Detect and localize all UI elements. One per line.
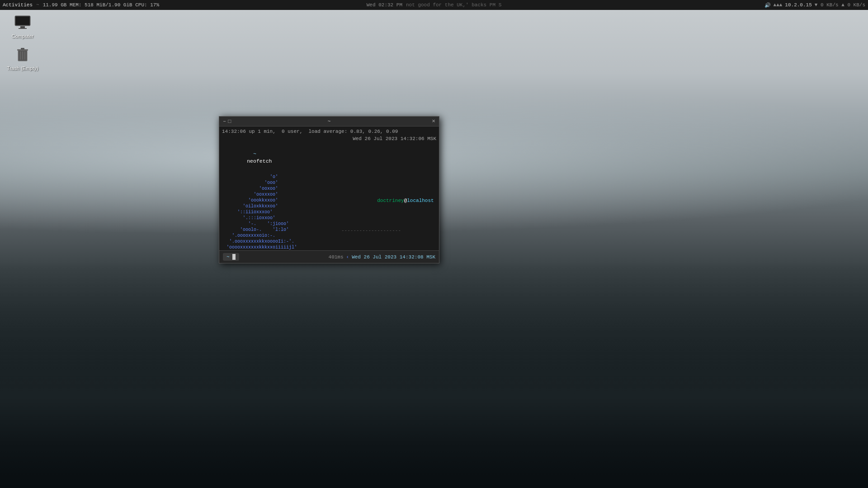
terminal-window: – □ ~ × 14:32:06 up 1 min, 0 user, load … (219, 116, 439, 263)
svg-rect-6 (21, 48, 24, 50)
signal-icon: ▲▲▲ (774, 2, 783, 8)
computer-svg (14, 14, 31, 31)
taskbar-time: Wed 02:32 PM (367, 2, 402, 8)
sysinfo-user: doctriney@localhost (341, 190, 434, 212)
titlebar-left: – □ (223, 118, 231, 125)
titlebar-title: ~ (328, 119, 331, 124)
computer-icon[interactable]: Computer (7, 14, 38, 39)
computer-label: Computer (12, 33, 33, 39)
prompt-line: ~ neofetch (222, 143, 436, 173)
computer-icon-image (14, 14, 32, 32)
tab-prompt: ~ (226, 254, 230, 260)
desktop-icons: Computer Trash (Empty) (7, 14, 38, 71)
volume-icon[interactable]: 🔊 (764, 2, 771, 8)
taskbar-left: Activities ~ 11.99 GB MEM: 518 MiB/1.90 … (3, 2, 159, 8)
titlebar-right: × (432, 118, 435, 125)
tab-datetime: Wed 26 Jul 2023 14:32:08 MSK (352, 254, 435, 260)
trash-label: Trash (Empty) (7, 66, 38, 71)
tab-cursor (232, 254, 236, 260)
svg-rect-3 (19, 28, 27, 29)
neofetch-layout: 'o' 'ooo' 'ooxoo' 'ooxxxoo' 'oookkxxoo' … (222, 173, 436, 250)
titlebar-close[interactable]: × (432, 118, 435, 125)
sysinfo-separator: -------------------- (341, 227, 434, 235)
taskbar-news: not good for the UK,' backs PM S (406, 2, 501, 8)
terminal-tab[interactable]: ~ (223, 253, 239, 261)
titlebar-maximize[interactable]: □ (228, 118, 231, 125)
uptime-line: 14:32:06 up 1 min, 0 user, load average:… (222, 128, 436, 136)
trash-svg (14, 47, 31, 63)
sysinfo: doctriney@localhost --------------------… (341, 175, 434, 250)
trash-icon[interactable]: Trash (Empty) (7, 46, 38, 71)
terminal-body[interactable]: 14:32:06 up 1 min, 0 user, load average:… (219, 127, 439, 250)
prompt-tilde: ~ (247, 151, 259, 157)
tab-right-info: 401ms ‹ Wed 26 Jul 2023 14:32:08 MSK (329, 254, 435, 260)
system-stats: 11.99 GB MEM: 518 MiB/1.90 GiB CPU: 17% (43, 2, 159, 8)
date-line: Wed 26 Jul 2023 14:32:06 MSK (222, 136, 436, 143)
terminal-tabbar: ~ 401ms ‹ Wed 26 Jul 2023 14:32:08 MSK (219, 250, 439, 263)
svg-rect-1 (16, 17, 29, 25)
trash-icon-image (14, 46, 32, 64)
ascii-art: 'o' 'ooo' 'ooxoo' 'ooxxxoo' 'oookkxxoo' … (224, 174, 337, 250)
taskbar-center: Wed 02:32 PM not good for the UK,' backs… (367, 2, 501, 8)
terminal-content: 14:32:06 up 1 min, 0 user, load average:… (219, 127, 439, 250)
command-text: neofetch (247, 158, 272, 164)
titlebar-minimize[interactable]: – (223, 118, 226, 125)
tab-arrow: ‹ (346, 254, 349, 260)
taskbar-right: 🔊 ▲▲▲ 10.2.0.15 ▼ 0 KB/s ▲ 0 KB/s (764, 2, 865, 8)
ip-address: 10.2.0.15 (785, 2, 811, 8)
network-speed: ▼ 0 KB/s ▲ 0 KB/s (815, 2, 865, 8)
activities-button[interactable]: Activities (3, 2, 33, 8)
taskbar-top: Activities ~ 11.99 GB MEM: 518 MiB/1.90 … (0, 0, 868, 10)
terminal-titlebar: – □ ~ × (219, 117, 439, 127)
trees-layer (0, 262, 868, 488)
tab-timing: 401ms (329, 254, 344, 260)
svg-rect-2 (20, 26, 25, 28)
